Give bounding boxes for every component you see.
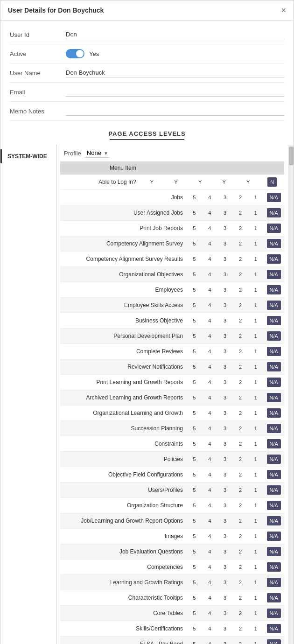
level-cell-3[interactable]: 3 xyxy=(217,498,233,513)
level-cell-1[interactable]: 1 xyxy=(248,544,263,560)
level-cell-1[interactable]: 1 xyxy=(248,344,263,359)
level-cell-1[interactable]: 1 xyxy=(248,375,263,390)
level-cell-4[interactable]: 4 xyxy=(202,344,217,359)
level-cell-2[interactable]: 2 xyxy=(233,575,248,590)
level-cell-2[interactable]: 2 xyxy=(233,298,248,313)
active-toggle[interactable] xyxy=(66,49,84,58)
level-cell-4[interactable]: 4 xyxy=(202,421,217,436)
level-cell-3[interactable]: 3 xyxy=(217,375,233,390)
level-cell-N/A[interactable]: N/A xyxy=(263,621,284,637)
level-cell-4[interactable]: 4 xyxy=(202,575,217,590)
level-cell-1[interactable]: 1 xyxy=(248,406,263,421)
level-cell-2[interactable]: 2 xyxy=(233,406,248,421)
level-cell-N/A[interactable]: N/A xyxy=(263,606,284,621)
level-cell-1[interactable]: 1 xyxy=(248,252,263,267)
level-cell-3[interactable]: 3 xyxy=(217,529,233,544)
level-cell-N/A[interactable]: N/A xyxy=(263,436,284,452)
username-input[interactable] xyxy=(66,68,284,77)
level-cell-N/A[interactable]: N/A xyxy=(263,637,284,644)
level-cell-2[interactable]: 2 xyxy=(233,344,248,359)
sidebar-item-systemwide[interactable]: SYSTEM-WIDE xyxy=(0,149,56,163)
level-cell-3[interactable]: 3 xyxy=(217,406,233,421)
level-cell-2[interactable]: 2 xyxy=(233,205,248,221)
level-cell-4[interactable]: 4 xyxy=(202,436,217,452)
level-cell-1[interactable]: 1 xyxy=(248,421,263,436)
table-container[interactable]: Menu Item A xyxy=(56,161,288,644)
level-cell-5[interactable]: 5 xyxy=(187,390,202,406)
level-cell-N/A[interactable]: N/A xyxy=(263,590,284,606)
level-cell-5[interactable]: 5 xyxy=(187,544,202,560)
level-cell-N/A[interactable]: N/A xyxy=(263,313,284,329)
level-cell-5[interactable]: 5 xyxy=(187,359,202,375)
level-cell-2[interactable]: 2 xyxy=(233,267,248,282)
level-cell-2[interactable]: 2 xyxy=(233,236,248,252)
level-cell-2[interactable]: 2 xyxy=(233,390,248,406)
level-cell-5[interactable]: 5 xyxy=(187,313,202,329)
level-cell-2[interactable]: 2 xyxy=(233,498,248,513)
level-cell-4[interactable]: 4 xyxy=(202,267,217,282)
level-cell-2[interactable]: 2 xyxy=(233,329,248,344)
level-cell-N/A[interactable]: N/A xyxy=(263,252,284,267)
level-cell-3[interactable]: 3 xyxy=(217,590,233,606)
level-cell-N/A[interactable]: N/A xyxy=(263,560,284,575)
level-cell-2[interactable]: 2 xyxy=(233,513,248,529)
level-cell-5[interactable]: 5 xyxy=(187,575,202,590)
level-cell-1[interactable]: 1 xyxy=(248,190,263,205)
level-cell-5[interactable]: 5 xyxy=(187,236,202,252)
level-cell-1[interactable]: 1 xyxy=(248,282,263,298)
level-cell-1[interactable]: 1 xyxy=(248,637,263,644)
level-cell-4[interactable]: 4 xyxy=(202,406,217,421)
level-cell-N/A[interactable]: N/A xyxy=(263,390,284,406)
level-cell-3[interactable]: 3 xyxy=(217,390,233,406)
level-cell-N/A[interactable]: N/A xyxy=(263,483,284,498)
level-cell-3[interactable]: 3 xyxy=(217,282,233,298)
level-cell-3[interactable]: 3 xyxy=(217,560,233,575)
level-cell-4[interactable]: 4 xyxy=(202,298,217,313)
level-cell-2[interactable]: 2 xyxy=(233,421,248,436)
level-cell-1[interactable]: 1 xyxy=(248,267,263,282)
level-cell-3[interactable]: 3 xyxy=(217,513,233,529)
level-cell-1[interactable]: 1 xyxy=(248,560,263,575)
level-cell-N/A[interactable]: N/A xyxy=(263,298,284,313)
level-cell-5[interactable]: 5 xyxy=(187,483,202,498)
level-cell-1[interactable]: 1 xyxy=(248,452,263,467)
level-cell-3[interactable]: 3 xyxy=(217,313,233,329)
level-cell-4[interactable]: 4 xyxy=(202,606,217,621)
level-cell-N/A[interactable]: N/A xyxy=(263,575,284,590)
level-cell-N/A[interactable]: N/A xyxy=(263,544,284,560)
user-id-input[interactable] xyxy=(66,30,284,39)
level-cell-2[interactable]: 2 xyxy=(233,606,248,621)
level-cell-3[interactable]: 3 xyxy=(217,221,233,236)
level-cell-4[interactable]: 4 xyxy=(202,329,217,344)
able-login-y3[interactable]: Y xyxy=(188,175,212,190)
level-cell-5[interactable]: 5 xyxy=(187,267,202,282)
level-cell-5[interactable]: 5 xyxy=(187,452,202,467)
level-cell-N/A[interactable]: N/A xyxy=(263,513,284,529)
level-cell-3[interactable]: 3 xyxy=(217,190,233,205)
level-cell-2[interactable]: 2 xyxy=(233,190,248,205)
level-cell-3[interactable]: 3 xyxy=(217,436,233,452)
level-cell-2[interactable]: 2 xyxy=(233,252,248,267)
level-cell-5[interactable]: 5 xyxy=(187,621,202,637)
level-cell-1[interactable]: 1 xyxy=(248,498,263,513)
level-cell-2[interactable]: 2 xyxy=(233,436,248,452)
level-cell-5[interactable]: 5 xyxy=(187,252,202,267)
level-cell-5[interactable]: 5 xyxy=(187,205,202,221)
level-cell-3[interactable]: 3 xyxy=(217,483,233,498)
level-cell-1[interactable]: 1 xyxy=(248,606,263,621)
level-cell-N/A[interactable]: N/A xyxy=(263,375,284,390)
email-input[interactable] xyxy=(66,87,284,97)
level-cell-5[interactable]: 5 xyxy=(187,375,202,390)
level-cell-4[interactable]: 4 xyxy=(202,221,217,236)
level-cell-N/A[interactable]: N/A xyxy=(263,452,284,467)
level-cell-N/A[interactable]: N/A xyxy=(263,329,284,344)
able-login-n[interactable]: N xyxy=(260,175,284,190)
level-cell-5[interactable]: 5 xyxy=(187,344,202,359)
level-cell-5[interactable]: 5 xyxy=(187,606,202,621)
close-button[interactable]: × xyxy=(281,6,286,14)
level-cell-1[interactable]: 1 xyxy=(248,313,263,329)
level-cell-1[interactable]: 1 xyxy=(248,621,263,637)
level-cell-N/A[interactable]: N/A xyxy=(263,344,284,359)
level-cell-5[interactable]: 5 xyxy=(187,513,202,529)
level-cell-1[interactable]: 1 xyxy=(248,590,263,606)
